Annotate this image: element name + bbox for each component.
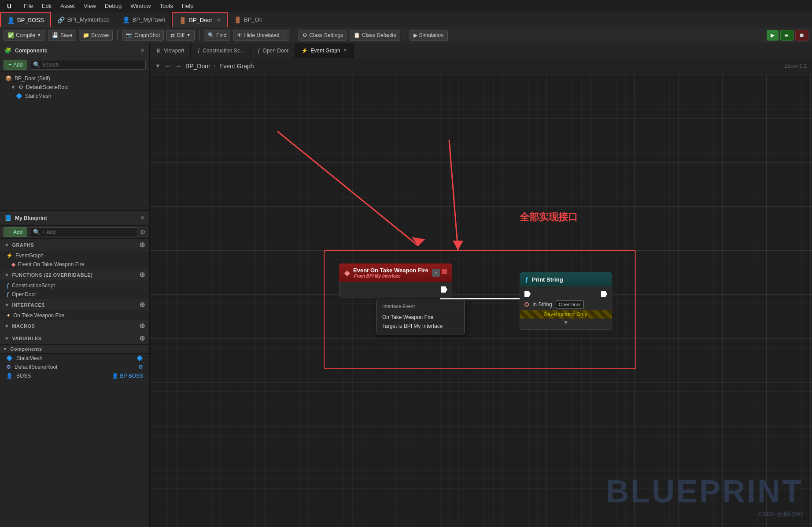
tab-bp-door-close[interactable]: ✕ [217, 17, 221, 23]
print-exec-out[interactable] [601, 291, 607, 297]
print-node-header: ƒ Print String [520, 272, 612, 286]
step-button[interactable]: ⏭ [780, 30, 794, 41]
event-graph-icon: ⚡ [6, 252, 13, 259]
simulation-button[interactable]: ▶ Simulation [410, 30, 448, 41]
open-door-func-label: OpenDoor [12, 291, 36, 297]
find-label: Find [216, 32, 226, 38]
breadcrumb-forward[interactable]: → [175, 62, 182, 70]
diff-button[interactable]: ⇄ Diff ▼ [166, 30, 195, 41]
event-graph-tab-close[interactable]: ✕ [343, 48, 347, 53]
hide-more-icon: ⋮ [281, 33, 285, 37]
var-boss[interactable]: 👤 BOSS 👤 BP BOSS [0, 371, 149, 380]
my-blueprint-close[interactable]: ✕ [140, 215, 145, 221]
var-static-mesh[interactable]: 🔷 StaticMesh 🔷 [0, 354, 149, 363]
var-default-scene-root[interactable]: ⚙ DefaultSceneRoot ⚙ [0, 363, 149, 371]
tab-bp-door[interactable]: 🚪 BP_Door ✕ [172, 12, 228, 27]
on-take-weapon-fire-item[interactable]: ✦ On Take Weapon Fire [0, 311, 149, 320]
find-button[interactable]: 🔍 Find [204, 30, 230, 41]
print-exec-in[interactable] [524, 291, 531, 297]
browse-button[interactable]: 📁 Browse [79, 30, 113, 41]
bp-door-tree-icon: 📦 [5, 75, 12, 82]
print-node-title: Print String [532, 276, 563, 283]
my-blueprint-title: My Blueprint [15, 215, 47, 221]
event-graph-item[interactable]: ⚡ EventGraph [0, 251, 149, 260]
components-add-button[interactable]: + Add [4, 60, 27, 70]
viewport-icon: 🖥 [156, 48, 161, 54]
menu-asset[interactable]: Asset [57, 2, 78, 10]
open-door-func-item[interactable]: ƒ OpenDoor [0, 290, 149, 299]
tab-construction[interactable]: ƒ Construction Sc... [191, 43, 251, 58]
expand-arrow[interactable]: ▼ [520, 319, 612, 327]
my-blueprint-add-button[interactable]: + Add [4, 227, 27, 237]
print-string-node[interactable]: ƒ Print String In String OpenDoor [520, 272, 612, 330]
annotation-text: 全部实现接口 [520, 211, 578, 224]
stop-button[interactable]: ⏹ [795, 30, 808, 41]
graphshot-label: GraphShot [134, 32, 160, 38]
graphs-section-header[interactable]: ▼ GRAPHS ⊕ [0, 239, 149, 251]
open-door-func-icon: ƒ [6, 291, 9, 297]
components-group-header[interactable]: ▼ Components [0, 345, 149, 354]
my-blueprint-toolbar: + Add 🔍 ⚙ [0, 226, 149, 239]
tab-bp-mypawn[interactable]: 👤 BP_MyPawn [116, 12, 172, 27]
components-panel-close[interactable]: ✕ [140, 47, 145, 54]
construction-script-item[interactable]: ƒ ConstructionScript [0, 281, 149, 290]
variables-add-btn[interactable]: ⊕ [139, 334, 145, 342]
event-on-take-weapon-fire-item[interactable]: ◆ Event On Take Weapon Fire [0, 260, 149, 269]
tooltip-item-0: On Take Weapon Fire [382, 313, 459, 322]
menu-file[interactable]: File [20, 2, 37, 10]
diff-icon: ⇄ [170, 32, 175, 38]
graphshot-button[interactable]: 📷 GraphShot [122, 30, 164, 41]
functions-add-btn[interactable]: ⊕ [139, 271, 145, 279]
menu-debug[interactable]: Debug [101, 2, 125, 10]
functions-section-header[interactable]: ▼ FUNCTIONS (22 OVERRIDABLE) ⊕ [0, 269, 149, 281]
tab-bp-oil[interactable]: 🚪 BP_Oil [228, 12, 268, 27]
menu-tools[interactable]: Tools [156, 2, 176, 10]
my-blueprint-search-input[interactable] [42, 229, 134, 235]
tab-open-door[interactable]: ƒ Open Door [251, 43, 295, 58]
tab-bpi-myinterface[interactable]: 🔗 BPI_MyInterface [51, 12, 116, 27]
compile-button[interactable]: ✅ Compile ▼ [4, 30, 45, 41]
interfaces-add-btn[interactable]: ⊕ [139, 301, 145, 309]
macros-add-btn[interactable]: ⊕ [139, 322, 145, 330]
print-in-string-pin[interactable] [524, 302, 529, 307]
menu-help[interactable]: Help [178, 2, 197, 10]
print-in-string-value[interactable]: OpenDoor [556, 301, 584, 308]
nav-mode-icon: ▼ [155, 63, 161, 69]
default-scene-root-label: DefaultSceneRoot [26, 84, 69, 90]
components-search-box[interactable]: 🔍 [30, 60, 146, 70]
variables-section-header[interactable]: ▼ VARIABLES ⊕ [0, 332, 149, 345]
search-icon: 🔍 [33, 61, 40, 68]
tree-item-default-scene-root[interactable]: ▼ ⚙ DefaultSceneRoot [0, 83, 149, 92]
connection-wires [150, 74, 812, 527]
menu-window[interactable]: Window [127, 2, 154, 10]
var-boss-label: BOSS [16, 373, 31, 379]
macros-section-header[interactable]: ▼ MACROS ⊕ [0, 320, 149, 332]
interfaces-section-header[interactable]: ▼ INTERFACES ⊕ [0, 299, 149, 311]
hide-unrelated-button[interactable]: 👁 Hide Unrelated ⋮ [233, 30, 289, 41]
class-defaults-button[interactable]: 📋 Class Defaults [350, 30, 400, 41]
tab-bp-boss[interactable]: 👤 BP_BOSS [0, 12, 51, 27]
menu-edit[interactable]: Edit [38, 2, 55, 10]
graph-area: 🖥 Viewport ƒ Construction Sc... ƒ Open D… [150, 43, 812, 527]
components-toolbar: + Add 🔍 [0, 58, 149, 71]
menu-view[interactable]: View [80, 2, 100, 10]
save-button[interactable]: 💾 Save [48, 30, 76, 41]
compile-dropdown-icon: ▼ [37, 33, 41, 37]
print-func-icon: ƒ [525, 276, 528, 283]
graphs-add-btn[interactable]: ⊕ [139, 241, 145, 249]
my-blueprint-search-box[interactable]: 🔍 [30, 227, 137, 237]
event-node-options[interactable]: ≡ [432, 269, 440, 277]
components-search-input[interactable] [42, 62, 143, 68]
event-exec-pin-out[interactable] [441, 286, 447, 293]
play-button[interactable]: ▶ [767, 30, 779, 41]
canvas[interactable]: 全部实现接口 ◆ Event On Take Weapon Fire From … [150, 74, 812, 527]
construction-label: ConstructionScript [12, 282, 55, 289]
tab-event-graph[interactable]: ⚡ Event Graph ✕ [295, 43, 353, 58]
class-settings-button[interactable]: ⚙ Class Settings [299, 30, 347, 41]
tree-item-bp-door[interactable]: 📦 BP_Door (Self) [0, 74, 149, 83]
event-node[interactable]: ◆ Event On Take Weapon Fire From BPI My … [339, 264, 452, 297]
tree-item-static-mesh[interactable]: 🔷 StaticMesh [0, 92, 149, 100]
tab-viewport[interactable]: 🖥 Viewport [150, 43, 191, 58]
my-blueprint-settings-icon[interactable]: ⚙ [140, 229, 146, 236]
breadcrumb-back[interactable]: ← [164, 62, 171, 70]
